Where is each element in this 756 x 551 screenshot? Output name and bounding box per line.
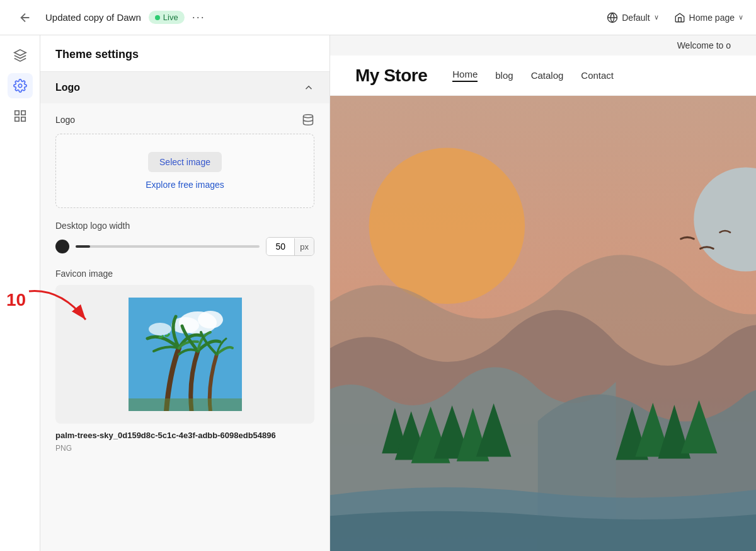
nav-link-home[interactable]: Home (452, 69, 478, 82)
slider-fill (76, 245, 90, 248)
explore-free-images-link[interactable]: Explore free images (146, 180, 224, 190)
svg-point-11 (149, 323, 171, 335)
svg-point-9 (198, 311, 223, 328)
svg-rect-2 (14, 111, 18, 115)
svg-point-6 (304, 115, 313, 118)
live-badge: Live (149, 11, 185, 24)
sidebar: Theme settings Logo Logo Select image Ex… (40, 35, 330, 551)
rail-layers-icon[interactable] (8, 43, 33, 68)
chevron-up-icon (303, 82, 314, 93)
main-layout: Theme settings Logo Logo Select image Ex… (0, 35, 756, 551)
favicon-filename: palm-trees-sky_0d159d8c-5c1c-4e3f-adbb-6… (55, 430, 314, 441)
preview-area: Welcome to o My Store Home blog Catalog … (330, 35, 756, 551)
back-button[interactable] (13, 5, 38, 30)
favicon-box (55, 285, 314, 424)
topbar: Updated copy of Dawn Live ··· Default ∨ … (0, 0, 756, 35)
topbar-title: Updated copy of Dawn (45, 12, 141, 23)
live-dot (155, 15, 160, 20)
preview-hero (330, 96, 756, 551)
slider-unit: px (294, 238, 314, 255)
sidebar-header: Theme settings (40, 35, 329, 72)
hero-illustration (330, 96, 756, 551)
svg-rect-5 (21, 117, 25, 121)
logo-section-content: Logo Select image Explore free images De… (40, 103, 329, 463)
logo-width-slider-row: px (55, 237, 314, 256)
icon-rail (0, 35, 40, 551)
svg-rect-3 (21, 111, 25, 115)
slider-value-input[interactable] (266, 238, 294, 255)
nav-link-blog[interactable]: blog (495, 70, 513, 81)
preview-nav: My Store Home blog Catalog Contact (330, 55, 756, 96)
default-chevron-icon: ∨ (654, 13, 659, 21)
store-name: My Store (355, 66, 427, 86)
topbar-left: Updated copy of Dawn Live ··· (13, 5, 597, 30)
rail-settings-icon[interactable] (8, 73, 33, 98)
nav-links: Home blog Catalog Contact (452, 69, 614, 82)
desktop-logo-width-label: Desktop logo width (55, 221, 314, 231)
homepage-dropdown[interactable]: Home page ∨ (674, 12, 743, 23)
slider-value-box: px (266, 237, 314, 256)
homepage-chevron-icon: ∨ (738, 13, 743, 21)
slider-track[interactable] (76, 245, 260, 248)
svg-rect-12 (129, 398, 242, 411)
logo-label-row: Logo (55, 113, 314, 126)
rail-grid-icon[interactable] (8, 103, 33, 129)
favicon-thumbnail (129, 298, 242, 411)
logo-section-header[interactable]: Logo (40, 72, 329, 103)
svg-point-14 (369, 148, 525, 304)
more-options-button[interactable]: ··· (192, 11, 205, 24)
slider-handle[interactable] (55, 240, 69, 253)
svg-point-1 (18, 84, 22, 88)
select-image-button[interactable]: Select image (148, 152, 222, 172)
welcome-bar: Welcome to o (330, 35, 756, 55)
nav-link-contact[interactable]: Contact (581, 70, 614, 81)
topbar-right: Default ∨ Home page ∨ (607, 12, 743, 23)
database-icon (302, 113, 314, 126)
default-dropdown[interactable]: Default ∨ (607, 12, 658, 23)
favicon-label: Favicon image (55, 269, 314, 279)
nav-link-catalog[interactable]: Catalog (531, 70, 564, 81)
favicon-type: PNG (55, 444, 314, 453)
svg-rect-4 (14, 117, 18, 121)
image-upload-box: Select image Explore free images (55, 134, 314, 208)
